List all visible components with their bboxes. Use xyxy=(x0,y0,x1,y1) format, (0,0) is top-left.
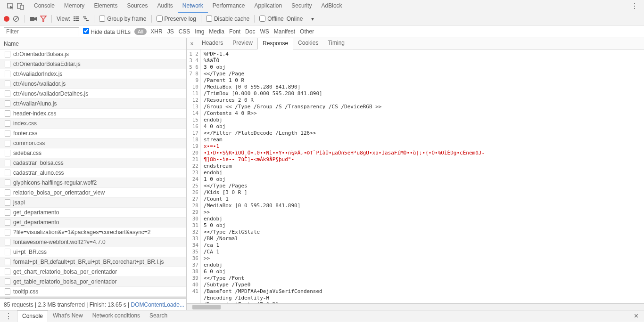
network-toolbar: View: Group by frame Preserve log Disabl… xyxy=(0,12,644,25)
svg-rect-11 xyxy=(75,20,79,21)
detail-tab-preview[interactable]: Preview xyxy=(228,38,257,49)
detail-tab-response[interactable]: Response xyxy=(257,38,293,49)
detail-tab-timing[interactable]: Timing xyxy=(323,38,349,49)
filter-all-pill[interactable]: All xyxy=(134,28,147,35)
svg-rect-14 xyxy=(86,20,89,21)
file-icon xyxy=(5,140,10,146)
more-menu-icon[interactable]: ⋮ xyxy=(627,1,642,10)
view-waterfall-icon[interactable] xyxy=(83,16,89,22)
request-row[interactable]: ui+pt_BR.css xyxy=(0,247,186,257)
group-by-frame-checkbox[interactable]: Group by frame xyxy=(99,16,146,22)
request-name: sidebar.css xyxy=(13,150,41,156)
request-row[interactable]: glyphicons-halflings-regular.woff2 xyxy=(0,178,186,188)
svg-rect-6 xyxy=(74,16,75,17)
camera-icon[interactable] xyxy=(30,16,37,22)
main-tab-performance[interactable]: Performance xyxy=(208,0,250,13)
request-row[interactable]: sidebar.css xyxy=(0,148,186,158)
file-icon xyxy=(5,288,10,295)
request-row[interactable]: ctrOrientadorBolsaEditar.js xyxy=(0,59,186,69)
request-row[interactable]: cadastrar_bolsa.css xyxy=(0,158,186,168)
filter-input[interactable] xyxy=(4,27,79,36)
clear-icon[interactable] xyxy=(12,15,20,23)
main-tab-audits[interactable]: Audits xyxy=(152,0,177,13)
request-row[interactable]: relatorio_bolsa_por_orientador_view xyxy=(0,188,186,198)
request-row[interactable]: index.css xyxy=(0,119,186,129)
file-icon xyxy=(5,189,10,196)
main-tab-elements[interactable]: Elements xyxy=(89,0,122,13)
request-name: format+pt_BR,default+pt_BR,ui+pt_BR,core… xyxy=(13,259,164,265)
horizontal-scrollbar[interactable] xyxy=(187,303,644,310)
request-name: fontawesome-webfont.woff2?v=4.7.0 xyxy=(13,239,106,245)
main-tab-sources[interactable]: Sources xyxy=(122,0,152,13)
request-row[interactable]: get_departamento xyxy=(0,218,186,227)
request-row[interactable]: get_departamento xyxy=(0,208,186,218)
filter-type-css[interactable]: CSS xyxy=(179,28,190,35)
request-row[interactable]: cadastrar_aluno.css xyxy=(0,168,186,178)
request-row[interactable]: get_relatorio_bolsa_por_orientador_pdf xyxy=(0,297,186,299)
device-toggle-icon[interactable] xyxy=(17,2,25,10)
detail-tab-cookies[interactable]: Cookies xyxy=(293,38,323,49)
drawer-menu-icon[interactable]: ⋮ xyxy=(0,312,17,321)
filter-type-doc[interactable]: Doc xyxy=(245,28,255,35)
close-detail-icon[interactable]: × xyxy=(187,41,197,47)
request-row[interactable]: jsapi xyxy=(0,198,186,208)
offline-checkbox[interactable]: Offline xyxy=(259,16,283,22)
request-name: get_relatorio_bolsa_por_orientador_pdf xyxy=(13,298,112,299)
request-row[interactable]: ctrAvaliadorIndex.js xyxy=(0,69,186,79)
request-row[interactable]: format+pt_BR,default+pt_BR,ui+pt_BR,core… xyxy=(0,257,186,267)
file-icon xyxy=(5,90,10,97)
filter-type-xhr[interactable]: XHR xyxy=(150,28,162,35)
request-row[interactable]: ctrAlunosAvaliadorDetalhes.js xyxy=(0,89,186,99)
file-icon xyxy=(5,199,10,206)
main-tab-application[interactable]: Application xyxy=(250,0,287,13)
drawer-tab-search[interactable]: Search xyxy=(145,310,172,322)
file-icon xyxy=(5,179,10,186)
request-name: glyphicons-halflings-regular.woff2 xyxy=(13,179,97,186)
request-row[interactable]: common.css xyxy=(0,138,186,148)
filter-type-img[interactable]: Img xyxy=(195,28,204,35)
filter-type-ws[interactable]: WS xyxy=(260,28,269,35)
name-column-header[interactable]: Name xyxy=(0,38,186,49)
throttle-select[interactable]: Online xyxy=(287,16,303,22)
request-row[interactable]: tooltip.css xyxy=(0,287,186,297)
disable-cache-checkbox[interactable]: Disable cache xyxy=(206,16,249,22)
request-row[interactable]: ctrOrientadorBolsas.js xyxy=(0,49,186,59)
main-tab-adblock[interactable]: AdBlock xyxy=(317,0,347,13)
drawer-tab-console[interactable]: Console xyxy=(17,310,48,322)
request-row[interactable]: fontawesome-webfont.woff2?v=4.7.0 xyxy=(0,237,186,247)
view-list-icon[interactable] xyxy=(73,16,80,22)
main-tab-network[interactable]: Network xyxy=(178,0,208,13)
request-rows[interactable]: ctrOrientadorBolsas.jsctrOrientadorBolsa… xyxy=(0,49,186,299)
hide-urls-checkbox[interactable]: Hide data URLs xyxy=(83,28,131,35)
preserve-log-checkbox[interactable]: Preserve log xyxy=(157,16,196,22)
record-button[interactable] xyxy=(4,16,9,22)
main-tab-security[interactable]: Security xyxy=(287,0,316,13)
request-row[interactable]: footer.css xyxy=(0,129,186,138)
request-row[interactable]: get_table_relatorio_bolsa_por_orientador xyxy=(0,277,186,287)
detail-tab-headers[interactable]: Headers xyxy=(197,38,228,49)
request-row[interactable]: ctrAvaliarAluno.js xyxy=(0,99,186,109)
filter-icon[interactable] xyxy=(40,16,47,22)
inspect-icon[interactable] xyxy=(7,2,14,10)
request-row[interactable]: ?file=visualization&v=1&packages=corecha… xyxy=(0,227,186,237)
main-tab-memory[interactable]: Memory xyxy=(59,0,89,13)
drawer-tab-network-conditions[interactable]: Network conditions xyxy=(88,310,145,322)
svg-rect-12 xyxy=(83,16,86,17)
filter-type-manifest[interactable]: Manifest xyxy=(274,28,295,35)
request-name: index.css xyxy=(13,120,37,127)
close-drawer-icon[interactable]: × xyxy=(628,312,644,320)
filter-type-js[interactable]: JS xyxy=(167,28,174,35)
main-tab-console[interactable]: Console xyxy=(29,0,59,13)
request-row[interactable]: header-index.css xyxy=(0,109,186,119)
filter-type-font[interactable]: Font xyxy=(229,28,240,35)
request-row[interactable]: get_chart_relatorio_bolsa_por_orientador xyxy=(0,267,186,277)
filter-type-other[interactable]: Other xyxy=(300,28,314,35)
chevron-down-icon[interactable]: ▾ xyxy=(311,16,314,22)
request-name: tooltip.css xyxy=(13,288,38,295)
filter-type-media[interactable]: Media xyxy=(209,28,224,35)
drawer-tab-what-s-new[interactable]: What's New xyxy=(48,310,88,322)
request-row[interactable]: ctrAlunosAvaliador.js xyxy=(0,79,186,89)
inspect-tools xyxy=(2,2,29,10)
response-body[interactable]: 1 2 3 4 5 6 7 8 9 10 11 12 13 14 15 16 1… xyxy=(187,49,644,303)
status-bar: 85 requests | 2.3 MB transferred | Finis… xyxy=(0,299,186,310)
